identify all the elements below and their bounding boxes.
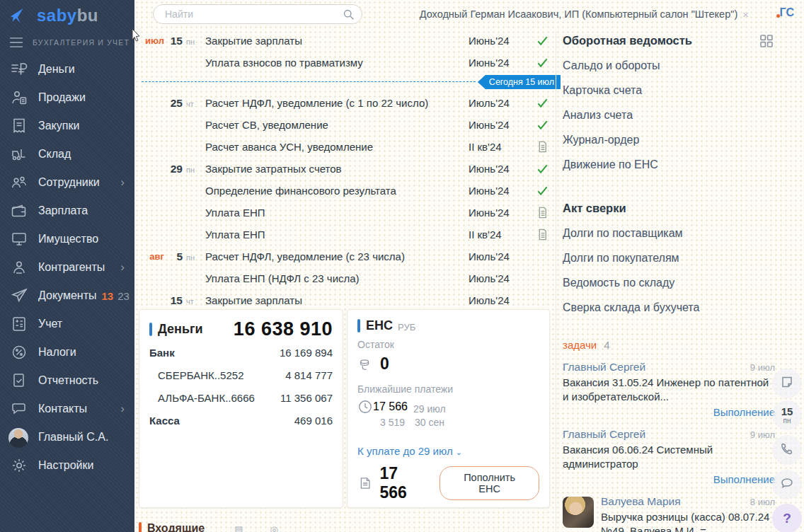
calendar-row[interactable]: Расчет СВ, уведомление Июнь'24	[139, 114, 561, 136]
weekday-label	[183, 212, 200, 214]
sidebar-item[interactable]: Имущество	[0, 225, 134, 253]
sidebar-item[interactable]: Отчетность	[0, 366, 134, 395]
today-divider: Сегодня 15 июл	[139, 75, 561, 89]
calendar-row[interactable]: июл 15 пн Закрытие зарплаты Июнь'24	[139, 30, 561, 52]
report-link[interactable]: Оборотная ведомость	[563, 28, 775, 54]
ens-balance-value: 0	[380, 354, 389, 374]
sidebar-item[interactable]: Учет	[0, 310, 134, 338]
tasks-header[interactable]: задачи 4	[563, 339, 775, 351]
weekday-label: чт	[183, 98, 200, 108]
calendar-row[interactable]: Уплата ЕНП II кв'24	[139, 224, 561, 245]
sidebar-item[interactable]: Контрагенты ›	[0, 253, 134, 282]
sidebar-item[interactable]: Деньги	[0, 55, 134, 83]
calendar-row[interactable]: Расчет аванса УСН, уведомление II кв'24	[139, 136, 561, 158]
task-card[interactable]: Главный Сергей 9 июл Вакансия 31.05.24 И…	[563, 361, 775, 418]
money-row[interactable]: Касса 469 016	[149, 410, 333, 431]
close-icon[interactable]: ×	[742, 8, 749, 21]
report-link[interactable]: Журнал-ордер	[563, 128, 775, 153]
report-link[interactable]: Сальдо и обороты	[563, 54, 775, 79]
report-link[interactable]: Долги по покупателям	[563, 246, 775, 271]
sidebar-item[interactable]: Закупки	[0, 112, 134, 140]
search-box[interactable]	[153, 4, 362, 24]
money-widget-title[interactable]: Деньги	[158, 322, 203, 337]
task-author[interactable]: Главный Сергей	[563, 361, 645, 374]
report-link[interactable]: Карточка счета	[563, 79, 775, 103]
task-title[interactable]: Уплата ЕНП	[200, 229, 469, 241]
money-row[interactable]: СБЕРБАНК..5252 4 814 777	[149, 364, 333, 386]
account-label[interactable]: Касса	[149, 415, 294, 427]
calendar-row[interactable]: Определение финансового результата Июнь'…	[139, 180, 561, 202]
task-title[interactable]: Расчет аванса УСН, уведомление	[200, 141, 469, 153]
account-label[interactable]: АЛЬФА-БАНК..6666	[149, 392, 280, 404]
money-row[interactable]: АЛЬФА-БАНК..6666 11 356 067	[149, 387, 333, 408]
sidebar-item[interactable]: Документы 13 23	[0, 282, 134, 310]
hamburger-icon[interactable]	[8, 37, 24, 48]
task-title[interactable]: Закрытие зарплаты	[200, 35, 469, 47]
calendar-row[interactable]: Уплата взносов по травматизму Июнь'24	[139, 52, 561, 74]
report-link[interactable]: Ведомость по складу	[563, 271, 775, 296]
sidebar-item[interactable]: Главный С.А.	[0, 423, 134, 451]
sidebar-item[interactable]: Контакты ›	[0, 395, 134, 423]
report-link[interactable]: Акт сверки	[563, 196, 775, 221]
report-link[interactable]: Движение по ЕНС	[563, 153, 775, 178]
calendar-row[interactable]: Уплата ЕНП Июнь'24	[139, 202, 561, 224]
task-title[interactable]: Расчет НДФЛ, уведомление (с 1 по 22 числ…	[200, 97, 469, 109]
task-title[interactable]: Закрытие затратных счетов	[200, 163, 469, 175]
help-button[interactable]: ?	[772, 504, 802, 532]
search-input[interactable]	[163, 8, 343, 21]
current-company[interactable]: Доходный Герман Исаакович, ИП (Компьютер…	[420, 0, 749, 28]
calendar-row[interactable]: 15 чт Закрытие зарплаты Июль'24	[139, 289, 561, 311]
account-label[interactable]: СБЕРБАНК..5252	[149, 369, 285, 381]
task-title[interactable]: Определение финансового результата	[200, 185, 469, 197]
money-row[interactable]: Банк 16 169 894	[149, 342, 333, 363]
report-link[interactable]: Анализ счета	[563, 103, 775, 128]
ens-widget-title[interactable]: ЕНС	[366, 318, 393, 333]
task-body[interactable]: Вакансия 31.05.24 Инженер по патентной и…	[563, 376, 775, 404]
report-link[interactable]: Долги по поставщикам	[563, 221, 775, 246]
task-action-link[interactable]: Выполнение	[563, 406, 775, 418]
sidebar-item[interactable]: Продажи	[0, 83, 134, 112]
coins-icon	[357, 357, 373, 372]
money-widget[interactable]: Деньги 16 638 910 Банк 16 169 894 СБЕРБА…	[139, 309, 343, 508]
search-icon[interactable]	[343, 8, 355, 21]
main-area: Доходный Герман Исаакович, ИП (Компьютер…	[134, 0, 804, 532]
sidebar-item[interactable]: Сотрудники ›	[0, 168, 134, 197]
chat-button[interactable]	[772, 470, 802, 499]
task-body[interactable]: Выручка розницы (касса) 08.07.24 №49, Ва…	[601, 510, 775, 532]
task-author[interactable]: Главный Сергей	[563, 428, 645, 441]
report-link[interactable]: Сверка склада и бухучета	[563, 296, 775, 320]
inbox-title[interactable]: Входящие	[147, 522, 205, 532]
calendar-row[interactable]: авг 5 пн Расчет НДФЛ, уведомление (с 23 …	[139, 245, 561, 267]
sidebar-item[interactable]: Зарплата	[0, 197, 134, 225]
today-badge: Сегодня 15 июл	[478, 75, 561, 89]
calendar-row[interactable]: 29 пн Закрытие затратных счетов Июнь'24	[139, 158, 561, 180]
calendar-row[interactable]: Уплата ЕНП (НДФЛ с 23 числа) Июль'24	[139, 267, 561, 289]
topup-ens-button[interactable]: Пополнить ЕНС	[440, 466, 539, 500]
calendar-button[interactable]: 15 пн	[772, 400, 802, 430]
sidebar-item-label: Отчетность	[38, 374, 98, 387]
task-title[interactable]: Уплата ЕНП	[200, 207, 469, 219]
notes-button[interactable]	[772, 369, 802, 398]
task-title[interactable]: Уплата взносов по травматизму	[200, 57, 469, 69]
due-link[interactable]: К уплате до 29 июл ⌄	[357, 445, 539, 457]
phone-button[interactable]	[772, 435, 802, 465]
ens-widget[interactable]: ЕНС РУБ Остаток 0 Ближайшие платежи 17 5…	[347, 309, 550, 508]
task-title[interactable]: Расчет СВ, уведомление	[200, 119, 469, 131]
sidebar-item[interactable]: Налоги	[0, 338, 134, 366]
task-body[interactable]: Вакансия 06.06.24 Системный администрато…	[563, 443, 775, 471]
task-author[interactable]: Валуева Мария	[601, 495, 681, 508]
task-action-link[interactable]: Выполнение	[563, 473, 775, 485]
sidebar-item[interactable]: Настройки	[0, 451, 134, 480]
task-card[interactable]: Главный Сергей 9 июл Вакансия 06.06.24 С…	[563, 428, 775, 485]
sidebar-item[interactable]: Склад	[0, 140, 134, 168]
avatar	[563, 497, 594, 528]
task-title[interactable]: Уплата ЕНП (НДФЛ с 23 числа)	[200, 272, 469, 284]
logo-text: sabybu	[37, 6, 98, 25]
task-card[interactable]: Валуева Мария 8 июл Выручка розницы (кас…	[563, 495, 775, 532]
inbox-section[interactable]: Входящие ▤◎	[139, 522, 278, 532]
logo[interactable]: sabybu	[0, 0, 134, 31]
calendar-row[interactable]: 25 чт Расчет НДФЛ, уведомление (с 1 по 2…	[139, 92, 561, 114]
account-label[interactable]: Банк	[149, 347, 280, 359]
task-title[interactable]: Закрытие зарплаты	[200, 294, 469, 306]
task-title[interactable]: Расчет НДФЛ, уведомление (с 23 числа)	[200, 250, 469, 262]
